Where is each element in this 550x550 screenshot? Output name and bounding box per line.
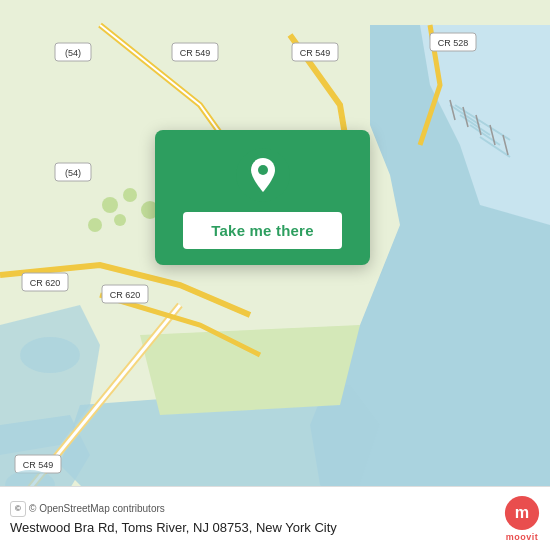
svg-point-30	[123, 188, 137, 202]
svg-text:CR 620: CR 620	[30, 278, 61, 288]
svg-text:CR 549: CR 549	[23, 460, 54, 470]
svg-point-35	[258, 165, 268, 175]
svg-point-32	[114, 214, 126, 226]
svg-text:CR 620: CR 620	[110, 290, 141, 300]
svg-text:m: m	[515, 503, 529, 521]
map-background: (54) (54) CR 549 CR 549 CR 528 CR 620 CR…	[0, 0, 550, 550]
moovit-logo: m moovit	[504, 495, 540, 542]
svg-point-33	[88, 218, 102, 232]
svg-text:(54): (54)	[65, 48, 81, 58]
osm-credit-text: © OpenStreetMap contributors	[29, 503, 165, 514]
location-card: Take me there	[155, 130, 370, 265]
map-container: (54) (54) CR 549 CR 549 CR 528 CR 620 CR…	[0, 0, 550, 550]
svg-text:CR 528: CR 528	[438, 38, 469, 48]
moovit-icon: m	[504, 495, 540, 531]
moovit-label: moovit	[506, 532, 539, 542]
svg-point-29	[102, 197, 118, 213]
svg-text:CR 549: CR 549	[300, 48, 331, 58]
osm-logo: ©	[10, 501, 26, 517]
svg-text:(54): (54)	[65, 168, 81, 178]
bottom-bar: © © OpenStreetMap contributors Westwood …	[0, 486, 550, 550]
address-text: Westwood Bra Rd, Toms River, NJ 08753, N…	[10, 520, 337, 537]
svg-point-27	[20, 337, 80, 373]
osm-credit: © © OpenStreetMap contributors	[10, 501, 337, 517]
take-me-there-button[interactable]: Take me there	[183, 212, 341, 249]
location-pin-icon	[236, 148, 290, 202]
svg-text:CR 549: CR 549	[180, 48, 211, 58]
bottom-info: © © OpenStreetMap contributors Westwood …	[10, 501, 337, 537]
